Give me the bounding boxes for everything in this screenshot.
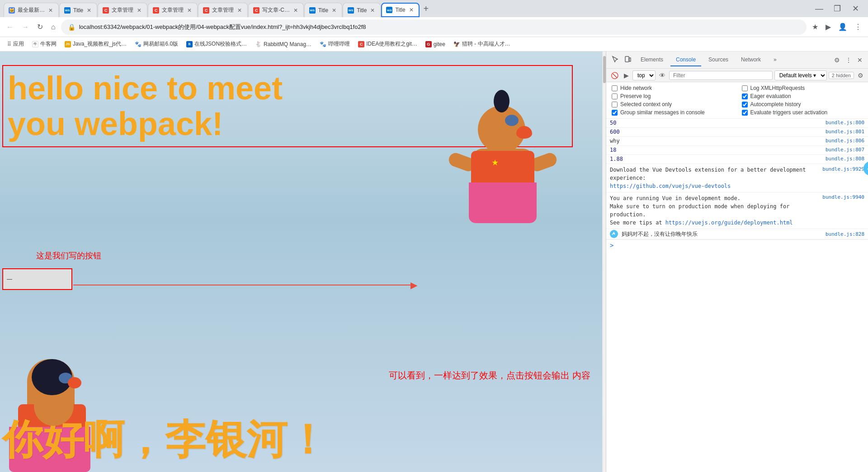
page-scrollbar[interactable] xyxy=(602,51,606,472)
tab-1[interactable]: 🐱 最全最新… ✕ xyxy=(4,3,59,17)
home-button[interactable]: ⌂ xyxy=(48,21,58,33)
bookmark-idea[interactable]: C IDEA使用教程之git… xyxy=(354,38,421,50)
bookmark-apps[interactable]: ⠿ 应用 xyxy=(4,38,28,50)
clear-console-button[interactable]: 🚫 xyxy=(609,70,620,81)
option-evaluate-triggers[interactable]: Evaluate triggers user activation xyxy=(742,109,863,116)
scroll-thumb[interactable] xyxy=(603,56,606,83)
eager-eval-checkbox[interactable] xyxy=(742,93,748,99)
menu-button[interactable]: ⋮ xyxy=(852,21,864,33)
bookmark-json-label: 在线JSON校验格式… xyxy=(194,40,247,48)
bookmark-rabbitmq[interactable]: 🐇 RabbitMQ Manag… xyxy=(251,39,315,49)
console-link-18[interactable]: bundle.js:807 xyxy=(826,147,864,153)
devtools-settings-button[interactable]: ⚙ xyxy=(832,55,842,65)
bookmark-json[interactable]: B 在线JSON校验格式… xyxy=(183,38,250,50)
console-link-why[interactable]: bundle.js:806 xyxy=(826,138,864,144)
console-link-600[interactable]: bundle.js:801 xyxy=(826,129,864,135)
tab-close-2[interactable]: ✕ xyxy=(86,6,92,14)
vue-devtools-text: Download the Vue Devtools extension for … xyxy=(610,166,822,190)
selected-context-checkbox[interactable] xyxy=(612,102,618,107)
console-filter-input[interactable] xyxy=(669,71,773,80)
console-link-828[interactable]: bundle.js:828 xyxy=(826,231,864,237)
inspect-element-button[interactable] xyxy=(610,54,621,66)
tab-6[interactable]: C 写文章-C… ✕ xyxy=(248,3,304,17)
bookmark-163mail[interactable]: 🐾 网易邮箱6.0版 xyxy=(131,38,182,50)
device-toolbar-button[interactable] xyxy=(623,54,633,66)
devtools-close-button[interactable]: ✕ xyxy=(855,55,864,65)
address-toolbar: ← → ↻ ⌂ 🔒 localhost:63342/webpack/01-web… xyxy=(0,17,868,37)
bookmark-java[interactable]: JS Java_视频教程_js代… xyxy=(61,38,130,50)
devtools-tab-console[interactable]: Console xyxy=(670,54,701,66)
cast-button[interactable]: ▶ xyxy=(823,21,834,33)
option-selected-context[interactable]: Selected context only xyxy=(612,101,733,107)
option-preserve-log-label: Preserve log xyxy=(620,93,651,99)
maximize-button[interactable]: ❐ xyxy=(828,2,846,15)
tab-close-3[interactable]: ✕ xyxy=(136,6,142,14)
tab-5[interactable]: C 文章管理 ✕ xyxy=(198,3,248,17)
back-button[interactable]: ← xyxy=(4,21,16,33)
console-prompt[interactable]: > xyxy=(606,239,868,251)
log-xmlhttp-checkbox[interactable] xyxy=(742,85,748,91)
tab-close-4[interactable]: ✕ xyxy=(186,6,193,14)
tab-3[interactable]: C 文章管理 ✕ xyxy=(98,3,147,17)
close-button[interactable]: ✕ xyxy=(846,2,864,15)
button-element[interactable]: — xyxy=(2,268,72,290)
vue-devtools-msg-text: Download the Vue Devtools extension for … xyxy=(610,167,806,181)
bookmark-bilibili[interactable]: 🐾 哔哩哔哩 xyxy=(316,38,354,50)
vue-deployment-link[interactable]: https://vuejs.org/guide/deployment.html xyxy=(665,220,793,226)
bookmark-gitee[interactable]: G gitee xyxy=(422,39,449,49)
preserve-log-toggle[interactable]: ▶ xyxy=(622,70,631,81)
autocomplete-checkbox[interactable] xyxy=(742,102,748,107)
hide-network-checkbox[interactable] xyxy=(612,85,618,91)
console-input[interactable] xyxy=(616,242,864,248)
tab-close-6[interactable]: ✕ xyxy=(292,6,299,14)
evaluate-triggers-checkbox[interactable] xyxy=(742,110,748,116)
tab-2[interactable]: ws Title ✕ xyxy=(59,3,97,17)
devtools-tab-more[interactable]: » xyxy=(768,54,782,66)
vue-mode-text: You are running Vue in development mode.… xyxy=(610,194,818,227)
tab-4[interactable]: C 文章管理 ✕ xyxy=(148,3,198,17)
tab-close-8[interactable]: ✕ xyxy=(369,6,376,14)
tab-8[interactable]: ws Title ✕ xyxy=(343,3,381,17)
settings-gear-button[interactable]: ⚙ xyxy=(856,70,865,81)
devtools-more-button[interactable]: ⋮ xyxy=(844,55,854,65)
vue-devtools-link[interactable]: https://github.com/vuejs/vue-devtools xyxy=(610,183,731,189)
tab-7[interactable]: ws Title ✕ xyxy=(304,3,342,17)
bookmark-niuke[interactable]: 牛 牛客网 xyxy=(28,38,60,50)
option-autocomplete[interactable]: Autocomplete history xyxy=(742,101,863,107)
tab-close-5[interactable]: ✕ xyxy=(236,6,243,14)
group-similar-checkbox[interactable] xyxy=(612,110,618,116)
devtools-tab-sources[interactable]: Sources xyxy=(703,54,734,66)
tab-9[interactable]: ws Title ✕ xyxy=(381,3,419,17)
context-selector[interactable]: top xyxy=(632,70,656,80)
tab-close-1[interactable]: ✕ xyxy=(47,6,54,14)
bookmark-rabbitmq-label: RabbitMQ Manag… xyxy=(264,41,311,47)
bookmark-liepin[interactable]: 🦅 猎聘 - 中高端人才… xyxy=(450,38,514,50)
page-content: hello nice to meetyou webpack! ★ xyxy=(0,51,602,472)
forward-button[interactable]: → xyxy=(19,21,32,33)
option-group-similar[interactable]: Group similar messages in console xyxy=(612,109,733,116)
tab-close-7[interactable]: ✕ xyxy=(331,6,337,14)
console-link-50[interactable]: bundle.js:800 xyxy=(826,120,864,126)
minimize-button[interactable]: — xyxy=(810,2,828,15)
console-link-188[interactable]: bundle.js:808 xyxy=(826,156,864,162)
log-levels-select[interactable]: Default levels ▾ xyxy=(774,70,827,80)
eye-button[interactable]: 👁 xyxy=(657,70,667,81)
reload-button[interactable]: ↻ xyxy=(34,21,46,33)
option-eager-eval[interactable]: Eager evaluation xyxy=(742,93,863,99)
option-preserve-log[interactable]: Preserve log xyxy=(612,93,733,99)
console-link-9940[interactable]: bundle.js:9940 xyxy=(822,194,864,200)
devtools-panel: Elements Console Sources Network » ⚙ ⋮ ✕… xyxy=(606,51,868,472)
option-hide-network[interactable]: Hide network xyxy=(612,85,733,91)
preserve-log-checkbox[interactable] xyxy=(612,93,618,99)
address-bar[interactable]: 🔒 localhost:63342/webpack/01-webpack的使用/… xyxy=(61,19,807,35)
button-label: 这是我们写的按钮 xyxy=(36,250,101,261)
console-link-9929[interactable]: bundle.js:9929 xyxy=(822,166,864,172)
new-tab-button[interactable]: + xyxy=(420,2,433,16)
devtools-tab-elements[interactable]: Elements xyxy=(635,54,669,66)
tab-close-9[interactable]: ✕ xyxy=(408,6,415,14)
devtools-tab-network[interactable]: Network xyxy=(736,54,766,66)
bookmark-button[interactable]: ★ xyxy=(809,21,821,33)
svg-rect-0 xyxy=(625,56,629,62)
option-log-xmlhttp[interactable]: Log XMLHttpRequests xyxy=(742,85,863,91)
profile-button[interactable]: 👤 xyxy=(835,21,850,33)
